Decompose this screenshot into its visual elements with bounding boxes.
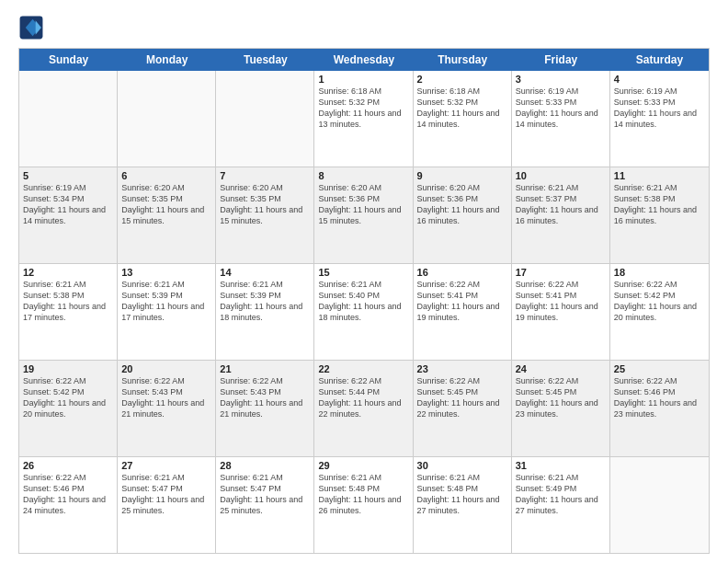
cell-info: Sunrise: 6:20 AMSunset: 5:36 PMDaylight:… (318, 182, 408, 227)
day-header-thursday: Thursday (414, 49, 512, 71)
calendar-cell-20: 20Sunrise: 6:22 AMSunset: 5:43 PMDayligh… (118, 361, 216, 456)
date-number: 28 (220, 460, 310, 471)
calendar-week-5: 26Sunrise: 6:22 AMSunset: 5:46 PMDayligh… (19, 457, 709, 553)
date-number: 15 (318, 267, 408, 278)
cell-info: Sunrise: 6:22 AMSunset: 5:46 PMDaylight:… (614, 375, 705, 420)
cell-info: Sunrise: 6:21 AMSunset: 5:38 PMDaylight:… (23, 279, 113, 324)
cell-info: Sunrise: 6:20 AMSunset: 5:35 PMDaylight:… (220, 182, 310, 227)
cell-info: Sunrise: 6:22 AMSunset: 5:43 PMDaylight:… (220, 375, 310, 420)
cell-info: Sunrise: 6:20 AMSunset: 5:35 PMDaylight:… (121, 182, 211, 227)
calendar-cell-11: 11Sunrise: 6:21 AMSunset: 5:38 PMDayligh… (610, 167, 709, 263)
date-number: 8 (318, 170, 408, 181)
cell-info: Sunrise: 6:22 AMSunset: 5:46 PMDaylight:… (23, 472, 113, 517)
calendar-cell-7: 7Sunrise: 6:20 AMSunset: 5:35 PMDaylight… (216, 167, 314, 263)
date-number: 7 (220, 170, 310, 181)
cell-info: Sunrise: 6:21 AMSunset: 5:37 PMDaylight:… (516, 182, 606, 227)
calendar-cell-13: 13Sunrise: 6:21 AMSunset: 5:39 PMDayligh… (118, 264, 216, 360)
calendar-cell-17: 17Sunrise: 6:22 AMSunset: 5:41 PMDayligh… (512, 264, 610, 360)
cell-info: Sunrise: 6:19 AMSunset: 5:33 PMDaylight:… (516, 86, 606, 131)
calendar-week-4: 19Sunrise: 6:22 AMSunset: 5:42 PMDayligh… (19, 361, 709, 457)
cell-info: Sunrise: 6:21 AMSunset: 5:47 PMDaylight:… (121, 472, 211, 517)
date-number: 23 (417, 363, 507, 374)
calendar-cell-12: 12Sunrise: 6:21 AMSunset: 5:38 PMDayligh… (19, 264, 118, 360)
calendar-cell-29: 29Sunrise: 6:21 AMSunset: 5:48 PMDayligh… (314, 457, 413, 553)
day-header-saturday: Saturday (610, 49, 709, 71)
calendar-cell-9: 9Sunrise: 6:20 AMSunset: 5:36 PMDaylight… (414, 167, 512, 263)
calendar-cell-26: 26Sunrise: 6:22 AMSunset: 5:46 PMDayligh… (19, 457, 118, 553)
calendar-cell-22: 22Sunrise: 6:22 AMSunset: 5:44 PMDayligh… (314, 361, 413, 456)
date-number: 27 (121, 460, 211, 471)
cell-info: Sunrise: 6:21 AMSunset: 5:39 PMDaylight:… (220, 279, 310, 324)
calendar-cell-19: 19Sunrise: 6:22 AMSunset: 5:42 PMDayligh… (19, 361, 118, 456)
date-number: 4 (614, 74, 705, 85)
calendar-cell-27: 27Sunrise: 6:21 AMSunset: 5:47 PMDayligh… (118, 457, 216, 553)
cell-info: Sunrise: 6:22 AMSunset: 5:41 PMDaylight:… (516, 279, 606, 324)
day-header-wednesday: Wednesday (314, 49, 413, 71)
day-header-sunday: Sunday (19, 49, 118, 71)
calendar-header: SundayMondayTuesdayWednesdayThursdayFrid… (19, 49, 709, 71)
calendar-cell-1: 1Sunrise: 6:18 AMSunset: 5:32 PMDaylight… (314, 71, 413, 167)
date-number: 25 (614, 363, 705, 374)
calendar-cell-14: 14Sunrise: 6:21 AMSunset: 5:39 PMDayligh… (216, 264, 314, 360)
date-number: 5 (23, 170, 113, 181)
cell-info: Sunrise: 6:20 AMSunset: 5:36 PMDaylight:… (417, 182, 507, 227)
date-number: 30 (417, 460, 507, 471)
calendar-cell-empty-4-6 (610, 457, 709, 553)
date-number: 26 (23, 460, 113, 471)
cell-info: Sunrise: 6:21 AMSunset: 5:40 PMDaylight:… (318, 279, 408, 324)
day-header-monday: Monday (118, 49, 216, 71)
calendar-week-1: 1Sunrise: 6:18 AMSunset: 5:32 PMDaylight… (19, 71, 709, 167)
calendar-cell-8: 8Sunrise: 6:20 AMSunset: 5:36 PMDaylight… (314, 167, 413, 263)
calendar-cell-empty-0-2 (216, 71, 314, 167)
calendar-cell-4: 4Sunrise: 6:19 AMSunset: 5:33 PMDaylight… (610, 71, 709, 167)
date-number: 12 (23, 267, 113, 278)
calendar-cell-empty-0-0 (19, 71, 118, 167)
cell-info: Sunrise: 6:22 AMSunset: 5:43 PMDaylight:… (121, 375, 211, 420)
calendar: SundayMondayTuesdayWednesdayThursdayFrid… (18, 48, 710, 554)
cell-info: Sunrise: 6:22 AMSunset: 5:42 PMDaylight:… (23, 375, 113, 420)
cell-info: Sunrise: 6:18 AMSunset: 5:32 PMDaylight:… (318, 86, 408, 131)
date-number: 13 (121, 267, 211, 278)
date-number: 16 (417, 267, 507, 278)
date-number: 24 (516, 363, 606, 374)
cell-info: Sunrise: 6:22 AMSunset: 5:45 PMDaylight:… (417, 375, 507, 420)
date-number: 18 (614, 267, 705, 278)
cell-info: Sunrise: 6:22 AMSunset: 5:44 PMDaylight:… (318, 375, 408, 420)
logo-icon (18, 15, 44, 40)
date-number: 9 (417, 170, 507, 181)
cell-info: Sunrise: 6:22 AMSunset: 5:41 PMDaylight:… (417, 279, 507, 324)
date-number: 20 (121, 363, 211, 374)
calendar-week-2: 5Sunrise: 6:19 AMSunset: 5:34 PMDaylight… (19, 167, 709, 264)
calendar-cell-24: 24Sunrise: 6:22 AMSunset: 5:45 PMDayligh… (512, 361, 610, 456)
calendar-cell-3: 3Sunrise: 6:19 AMSunset: 5:33 PMDaylight… (512, 71, 610, 167)
cell-info: Sunrise: 6:18 AMSunset: 5:32 PMDaylight:… (417, 86, 507, 131)
page-header (18, 15, 710, 40)
cell-info: Sunrise: 6:21 AMSunset: 5:48 PMDaylight:… (417, 472, 507, 517)
cell-info: Sunrise: 6:19 AMSunset: 5:33 PMDaylight:… (614, 86, 705, 131)
calendar-cell-10: 10Sunrise: 6:21 AMSunset: 5:37 PMDayligh… (512, 167, 610, 263)
date-number: 19 (23, 363, 113, 374)
calendar-cell-25: 25Sunrise: 6:22 AMSunset: 5:46 PMDayligh… (610, 361, 709, 456)
date-number: 21 (220, 363, 310, 374)
calendar-cell-30: 30Sunrise: 6:21 AMSunset: 5:48 PMDayligh… (414, 457, 512, 553)
cell-info: Sunrise: 6:19 AMSunset: 5:34 PMDaylight:… (23, 182, 113, 227)
calendar-cell-28: 28Sunrise: 6:21 AMSunset: 5:47 PMDayligh… (216, 457, 314, 553)
calendar-cell-empty-0-1 (118, 71, 216, 167)
calendar-cell-18: 18Sunrise: 6:22 AMSunset: 5:42 PMDayligh… (610, 264, 709, 360)
calendar-cell-15: 15Sunrise: 6:21 AMSunset: 5:40 PMDayligh… (314, 264, 413, 360)
cell-info: Sunrise: 6:21 AMSunset: 5:47 PMDaylight:… (220, 472, 310, 517)
calendar-cell-16: 16Sunrise: 6:22 AMSunset: 5:41 PMDayligh… (414, 264, 512, 360)
calendar-cell-2: 2Sunrise: 6:18 AMSunset: 5:32 PMDaylight… (414, 71, 512, 167)
date-number: 14 (220, 267, 310, 278)
cell-info: Sunrise: 6:21 AMSunset: 5:38 PMDaylight:… (614, 182, 705, 227)
calendar-cell-23: 23Sunrise: 6:22 AMSunset: 5:45 PMDayligh… (414, 361, 512, 456)
calendar-body: 1Sunrise: 6:18 AMSunset: 5:32 PMDaylight… (19, 71, 709, 553)
calendar-cell-21: 21Sunrise: 6:22 AMSunset: 5:43 PMDayligh… (216, 361, 314, 456)
date-number: 22 (318, 363, 408, 374)
date-number: 6 (121, 170, 211, 181)
date-number: 29 (318, 460, 408, 471)
logo (18, 15, 48, 40)
cell-info: Sunrise: 6:22 AMSunset: 5:42 PMDaylight:… (614, 279, 705, 324)
cell-info: Sunrise: 6:21 AMSunset: 5:48 PMDaylight:… (318, 472, 408, 517)
date-number: 17 (516, 267, 606, 278)
